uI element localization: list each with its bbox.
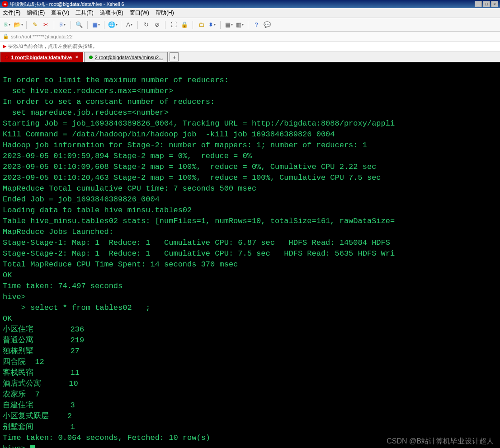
tab-close-icon[interactable]: × bbox=[75, 55, 78, 60]
terminal-line: 2023-09-05 01:10:20,463 Stage-2 map = 10… bbox=[3, 173, 497, 183]
reconnect-icon[interactable]: ✎ bbox=[30, 20, 39, 29]
cascade-icon[interactable]: ▥ bbox=[235, 20, 244, 29]
plus-icon: + bbox=[172, 54, 176, 61]
terminal-line: Loading data to table hive_minsu.tables0… bbox=[3, 205, 497, 216]
tab-add-button[interactable]: + bbox=[170, 52, 179, 61]
separator bbox=[220, 21, 221, 29]
terminal-line: hive> bbox=[3, 292, 497, 303]
separator bbox=[165, 21, 165, 29]
terminal-line: 客栈民宿 11 bbox=[3, 368, 497, 378]
separator bbox=[104, 21, 104, 29]
font-icon[interactable]: A bbox=[125, 20, 134, 29]
terminal-line: MapReduce Jobs Launched: bbox=[3, 227, 497, 238]
lock-icon[interactable]: 🔒 bbox=[180, 20, 189, 29]
separator bbox=[248, 21, 248, 29]
minimize-button[interactable]: _ bbox=[475, 1, 482, 7]
terminal-line: hive> bbox=[3, 443, 497, 448]
flag-icon: ▶ bbox=[3, 43, 6, 49]
terminal-line: In order to limit the maximum number of … bbox=[3, 75, 497, 86]
terminal-line: Time taken: 74.497 seconds bbox=[3, 281, 497, 292]
address-text[interactable]: ssh://root:******@bigdata:22 bbox=[11, 34, 73, 39]
tab-session-2[interactable]: 2 root@bigdata:/data/minsu2... bbox=[84, 52, 168, 62]
terminal-line: OK bbox=[3, 313, 497, 324]
open-icon[interactable]: 📂 bbox=[14, 20, 23, 29]
terminal-line: Stage-Stage-1: Map: 1 Reduce: 1 Cumulati… bbox=[3, 238, 497, 248]
separator bbox=[71, 21, 71, 29]
terminal-line: Hadoop job information for Stage-2: numb… bbox=[3, 140, 497, 151]
terminal-line: Stage-Stage-2: Map: 1 Reduce: 1 Cumulati… bbox=[3, 248, 497, 259]
separator bbox=[121, 21, 121, 29]
new-session-icon[interactable]: ⎘ bbox=[3, 20, 12, 29]
terminal-line: 独栋别墅 27 bbox=[3, 346, 497, 357]
terminal-line: > select * from tables02 ; bbox=[3, 303, 497, 313]
terminal-line: MapReduce Total cumulative CPU time: 7 s… bbox=[3, 183, 497, 194]
terminal-line: 普通公寓 219 bbox=[3, 335, 497, 346]
addressbar: 🔒 ssh://root:******@bigdata:22 bbox=[0, 32, 500, 42]
terminal-line: Table hive_minsu.tables02 stats: [numFil… bbox=[3, 216, 497, 227]
terminal-line: 自建住宅 3 bbox=[3, 400, 497, 411]
folder-icon[interactable]: 🗀 bbox=[197, 20, 206, 29]
terminal-line: 小区住宅 236 bbox=[3, 324, 497, 335]
menu-edit[interactable]: 编辑(E) bbox=[27, 9, 45, 17]
menu-help[interactable]: 帮助(H) bbox=[156, 9, 174, 17]
separator bbox=[26, 21, 27, 29]
search-icon[interactable]: 🔍 bbox=[75, 20, 84, 29]
terminal-line: set hive.exec.reducers.max=<number> bbox=[3, 86, 497, 97]
terminal-line: Total MapReduce CPU Time Spent: 14 secon… bbox=[3, 259, 497, 270]
terminal-line: Ended Job = job_1693846389826_0004 bbox=[3, 194, 497, 205]
cursor bbox=[30, 445, 35, 448]
terminal-line: In order to set a constant number of red… bbox=[3, 97, 497, 107]
tipbar: ▶ 要添加当前会话，点击左侧的箭头按钮。 bbox=[0, 42, 500, 51]
terminal-line: Time taken: 0.064 seconds, Fetched: 10 r… bbox=[3, 433, 497, 443]
terminal-line: 别墅套间 1 bbox=[3, 422, 497, 433]
terminal-line: OK bbox=[3, 270, 497, 281]
stop-icon[interactable]: ⊘ bbox=[152, 20, 161, 29]
tab-session-1[interactable]: 1 root@bigdata:/data/hive × bbox=[0, 52, 83, 62]
menu-view[interactable]: 查看(V) bbox=[51, 9, 69, 17]
help-icon[interactable]: ? bbox=[252, 20, 261, 29]
app-icon: ✦ bbox=[2, 1, 8, 7]
terminal-line: 酒店式公寓 10 bbox=[3, 378, 497, 389]
menu-tabs[interactable]: 选项卡(B) bbox=[100, 9, 123, 17]
status-dot-icon bbox=[89, 56, 93, 59]
window-title: 毕设测试虚拟机 - root@bigdata:/data/hive - Xshe… bbox=[10, 1, 124, 8]
separator bbox=[87, 21, 88, 29]
menubar: 文件(F) 编辑(E) 查看(V) 工具(T) 选项卡(B) 窗口(W) 帮助(… bbox=[0, 8, 500, 18]
toolbar: ⎘ 📂 ✎ ✂ ⎘ 🔍 ▦ 🌐 A ↻ ⊘ ⛶ 🔒 🗀 ⬍ ▤ ▥ ? 💬 bbox=[0, 18, 500, 32]
disconnect-icon[interactable]: ✂ bbox=[41, 20, 50, 29]
maximize-button[interactable]: □ bbox=[483, 1, 490, 7]
separator bbox=[54, 21, 54, 29]
properties-icon[interactable]: ▦ bbox=[91, 20, 100, 29]
status-dot-icon bbox=[5, 56, 9, 59]
terminal-line: 2023-09-05 01:10:09,608 Stage-2 map = 10… bbox=[3, 162, 497, 173]
titlebar: ✦ 毕设测试虚拟机 - root@bigdata:/data/hive - Xs… bbox=[0, 0, 500, 8]
terminal-line: 农家乐 7 bbox=[3, 389, 497, 400]
globe-icon[interactable]: 🌐 bbox=[108, 20, 117, 29]
close-button[interactable]: × bbox=[491, 1, 498, 7]
refresh-icon[interactable]: ↻ bbox=[142, 20, 151, 29]
lock-icon: 🔒 bbox=[3, 33, 9, 39]
menu-tools[interactable]: 工具(T) bbox=[75, 9, 93, 17]
menu-window[interactable]: 窗口(W) bbox=[130, 9, 149, 17]
separator bbox=[193, 21, 193, 29]
terminal-line: 四合院 12 bbox=[3, 357, 497, 368]
terminal-line: set mapreduce.job.reduces=<number> bbox=[3, 107, 497, 118]
terminal-output[interactable]: In order to limit the maximum number of … bbox=[0, 62, 500, 448]
tile-icon[interactable]: ▤ bbox=[224, 20, 233, 29]
tab-label: 1 root@bigdata:/data/hive bbox=[11, 55, 72, 60]
tip-text: 要添加当前会话，点击左侧的箭头按钮。 bbox=[8, 43, 98, 50]
separator bbox=[137, 21, 138, 29]
chat-icon[interactable]: 💬 bbox=[263, 20, 272, 29]
fullscreen-icon[interactable]: ⛶ bbox=[169, 20, 178, 29]
terminal-line: Kill Command = /data/hadoop/bin/hadoop j… bbox=[3, 129, 497, 140]
terminal-line: Starting Job = job_1693846389826_0004, T… bbox=[3, 118, 497, 129]
tabbar: 1 root@bigdata:/data/hive × 2 root@bigda… bbox=[0, 51, 500, 62]
tab-label: 2 root@bigdata:/data/minsu2... bbox=[95, 55, 163, 60]
terminal-line: 小区复式跃层 2 bbox=[3, 411, 497, 422]
terminal-line: 2023-09-05 01:09:59,894 Stage-2 map = 0%… bbox=[3, 151, 497, 162]
copy-icon[interactable]: ⎘ bbox=[58, 20, 67, 29]
xftp-icon[interactable]: ⬍ bbox=[208, 20, 217, 29]
menu-file[interactable]: 文件(F) bbox=[3, 9, 20, 17]
